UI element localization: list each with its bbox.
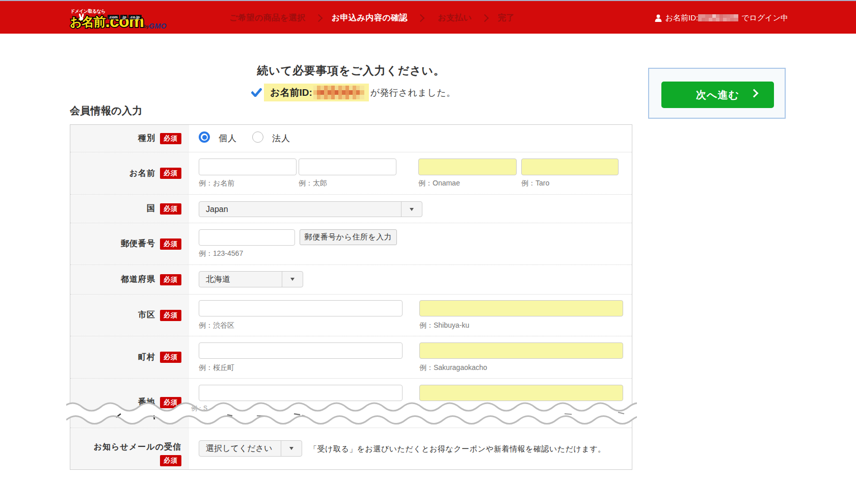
svg-text:.co.jp: .co.jp	[130, 15, 140, 19]
svg-text:.com: .com	[109, 15, 118, 19]
svg-text:お名前.com: お名前.com	[70, 11, 144, 31]
svg-text:.jp: .jp	[122, 15, 126, 19]
svg-text:GMO: GMO	[149, 22, 167, 30]
